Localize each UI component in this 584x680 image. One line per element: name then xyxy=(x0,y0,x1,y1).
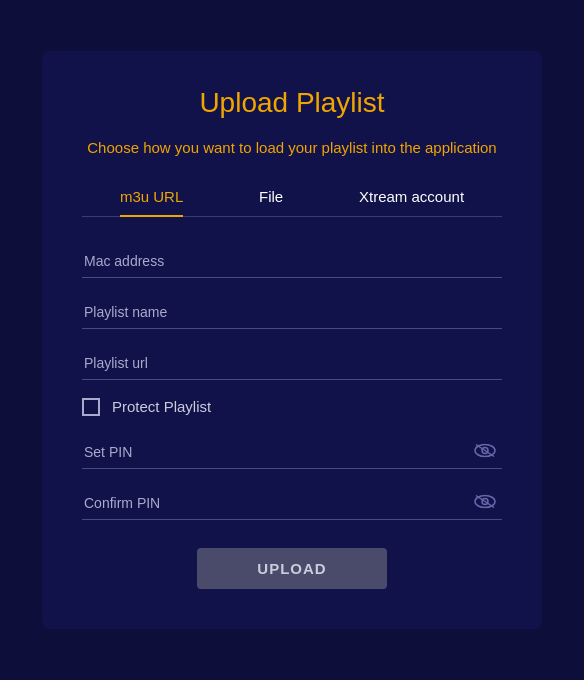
confirm-pin-toggle-visibility-icon[interactable] xyxy=(474,493,496,514)
set-pin-group xyxy=(82,436,502,469)
playlist-name-group xyxy=(82,296,502,329)
upload-button[interactable]: UPLOAD xyxy=(197,548,386,589)
confirm-pin-input[interactable] xyxy=(82,487,502,520)
tab-bar: m3u URL File Xtream account xyxy=(82,188,502,217)
playlist-url-group xyxy=(82,347,502,380)
protect-playlist-row: Protect Playlist xyxy=(82,398,502,416)
upload-playlist-modal: Upload Playlist Choose how you want to l… xyxy=(42,51,542,629)
tab-file[interactable]: File xyxy=(259,188,283,217)
set-pin-toggle-visibility-icon[interactable] xyxy=(474,442,496,463)
playlist-url-input[interactable] xyxy=(82,347,502,380)
modal-title: Upload Playlist xyxy=(82,87,502,119)
mac-address-group xyxy=(82,245,502,278)
mac-address-input[interactable] xyxy=(82,245,502,278)
protect-playlist-label: Protect Playlist xyxy=(112,398,211,415)
modal-subtitle: Choose how you want to load your playlis… xyxy=(82,137,502,160)
tab-m3u-url[interactable]: m3u URL xyxy=(120,188,183,217)
confirm-pin-group xyxy=(82,487,502,520)
protect-playlist-checkbox[interactable] xyxy=(82,398,100,416)
playlist-name-input[interactable] xyxy=(82,296,502,329)
tab-xtream-account[interactable]: Xtream account xyxy=(359,188,464,217)
set-pin-input[interactable] xyxy=(82,436,502,469)
